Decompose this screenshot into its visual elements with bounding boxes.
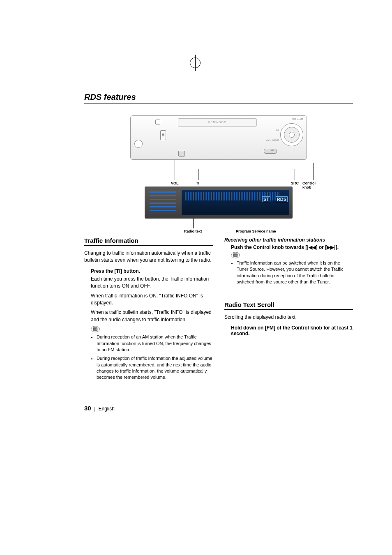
up-button-icon	[155, 120, 160, 124]
callout-line	[198, 169, 198, 180]
att-label: DISP ▲ ATT	[292, 118, 303, 120]
radio-faceplate-diagram: NEXT KENWOOD FM AM ▼ MENU SRC DISP ▲ ATT…	[130, 115, 307, 160]
callout-label-radio-text: Radio text	[184, 229, 202, 233]
traffic-intro: Changing to traffic information automati…	[84, 250, 213, 264]
volume-knob-icon	[134, 140, 143, 148]
footer-language: English	[99, 406, 115, 412]
traffic-step-body-2: When traffic information is ON, "Traffic…	[91, 292, 213, 307]
title-rule	[84, 104, 353, 104]
am-label: AM ▼ MENU	[266, 139, 279, 141]
traffic-step-body-1: Each time you press the button, the Traf…	[91, 276, 213, 290]
receiving-push-line: Push the Control knob towards [|◀◀] or […	[231, 244, 353, 250]
page-number: 30	[84, 405, 91, 412]
heading-radio-text-scroll: Radio Text Scroll	[224, 301, 353, 310]
content-columns: Traffic Information Changing to traffic …	[84, 237, 353, 384]
registration-mark-icon	[190, 58, 201, 68]
display-panel-diagram: ST RDS Radio text Program Service name	[145, 187, 293, 219]
page-footer: 30 | English	[84, 405, 353, 412]
rds-indicator: RDS	[276, 196, 288, 202]
callout-line	[314, 163, 314, 180]
note-icon	[231, 252, 240, 258]
display-left-bars-icon	[150, 191, 176, 214]
fm-label: FM	[276, 129, 279, 131]
next-button-icon	[160, 130, 166, 140]
callout-label-program-service: Program Service name	[236, 229, 276, 233]
traffic-note-2: During reception of traffic information …	[97, 355, 213, 381]
receiving-step-block: Push the Control knob towards [|◀◀] or […	[231, 244, 353, 286]
receiving-note-1: Traffic information can be switched when…	[237, 260, 353, 286]
callout-line	[255, 219, 255, 228]
control-knob-center-icon	[289, 132, 295, 138]
right-column: Receiving other traffic information stat…	[224, 237, 353, 384]
st-indicator: ST	[262, 196, 270, 202]
callout-label-src: SRC	[291, 181, 299, 185]
src-label: SRC	[270, 149, 274, 152]
left-column: Traffic Information Changing to traffic …	[84, 237, 213, 384]
radio-text-scroll-step: Hold down on [FM] of the Control knob fo…	[231, 325, 353, 336]
callout-line	[175, 160, 175, 180]
traffic-notes-list: During reception of an AM station when t…	[91, 334, 213, 381]
traffic-step-body-3: When a traffic bulletin starts, "Traffic…	[91, 309, 213, 323]
note-icon	[91, 326, 100, 332]
callout-line	[193, 219, 194, 228]
traffic-step-title: Press the [TI] button.	[91, 268, 213, 274]
callout-label-control-knob: Control knob	[302, 181, 316, 189]
page-title: RDS features	[84, 92, 353, 102]
receiving-notes-list: Traffic information can be switched when…	[231, 260, 353, 286]
footer-separator: |	[94, 406, 95, 412]
traffic-note-1: During reception of an AM station when t…	[97, 334, 213, 353]
callout-label-ti: TI	[196, 181, 199, 185]
callout-line	[295, 169, 295, 180]
ti-button-icon	[178, 151, 185, 157]
manual-page: RDS features NEXT KENWOOD FM AM ▼ MENU S…	[0, 0, 392, 436]
radio-body: KENWOOD FM AM ▼ MENU SRC DISP ▲ ATT	[130, 115, 307, 160]
display-panel: ST RDS	[145, 187, 293, 219]
traffic-step-block: Press the [TI] button. Each time you pre…	[91, 268, 213, 381]
heading-receiving-other-stations: Receiving other traffic information stat…	[224, 237, 353, 243]
radio-text-scroll-intro: Scrolling the displayed radio text.	[224, 314, 353, 321]
heading-traffic-information: Traffic Information	[84, 237, 213, 246]
callout-label-vol: VOL	[171, 181, 179, 185]
radio-text-scroll-step-block: Hold down on [FM] of the Control knob fo…	[231, 325, 353, 336]
radio-screen: KENWOOD	[178, 118, 257, 127]
